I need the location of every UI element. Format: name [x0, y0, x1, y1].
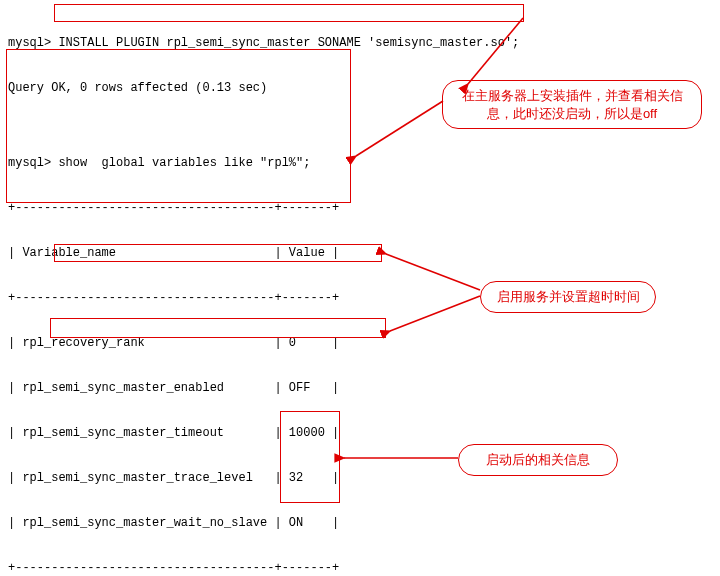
term-line: | rpl_semi_sync_master_enabled | OFF |: [8, 381, 519, 396]
callout-install-info: 在主服务器上安装插件，并查看相关信息，此时还没启动，所以是off: [442, 80, 702, 129]
callout-text: 启动后的相关信息: [486, 452, 590, 467]
term-line: | rpl_recovery_rank | 0 |: [8, 336, 519, 351]
term-line: +------------------------------------+--…: [8, 201, 519, 216]
term-line: mysql> INSTALL PLUGIN rpl_semi_sync_mast…: [8, 36, 519, 51]
term-line: mysql> show global variables like "rpl%"…: [8, 156, 519, 171]
page-root: mysql> INSTALL PLUGIN rpl_semi_sync_mast…: [8, 6, 712, 570]
term-line: +------------------------------------+--…: [8, 561, 519, 576]
term-line: | Variable_name | Value |: [8, 246, 519, 261]
callout-text: 启用服务并设置超时时间: [497, 289, 640, 304]
callout-after-start: 启动后的相关信息: [458, 444, 618, 476]
term-line: | rpl_semi_sync_master_trace_level | 32 …: [8, 471, 519, 486]
term-line: +------------------------------------+--…: [8, 291, 519, 306]
callout-text: 在主服务器上安装插件，并查看相关信息，此时还没启动，所以是off: [462, 88, 683, 121]
callout-enable-service: 启用服务并设置超时时间: [480, 281, 656, 313]
term-line: | rpl_semi_sync_master_wait_no_slave | O…: [8, 516, 519, 531]
term-line: | rpl_semi_sync_master_timeout | 10000 |: [8, 426, 519, 441]
